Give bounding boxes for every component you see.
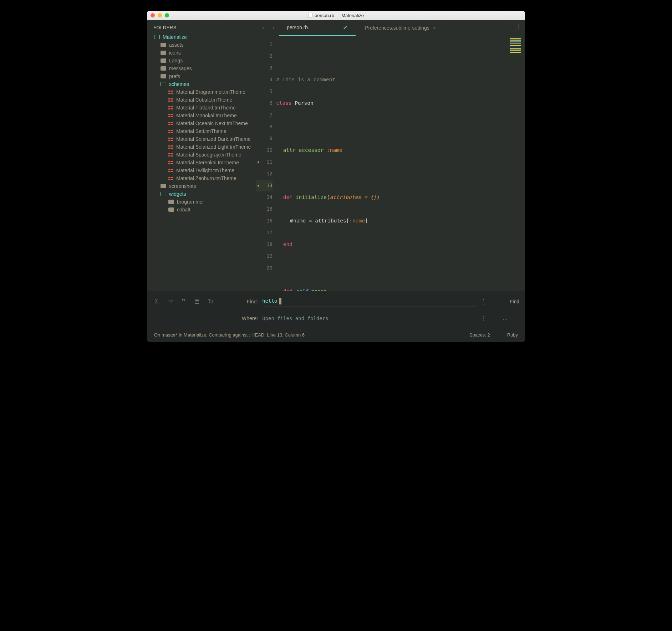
- sidebar-folder[interactable]: Langs: [147, 57, 256, 65]
- sidebar-file[interactable]: Material Solarized Dark.tmTheme: [147, 135, 256, 143]
- theme-file-icon: [168, 176, 173, 180]
- editor-area: ‹ › person.rb Preferences.sublime-settin…: [256, 20, 525, 291]
- file-icon: [308, 13, 312, 18]
- folder-icon: [161, 43, 166, 47]
- sidebar-folder[interactable]: messages: [147, 65, 256, 72]
- where-history-button[interactable]: ⋮: [477, 314, 491, 322]
- folder-icon: [161, 66, 166, 71]
- sidebar-folder[interactable]: screenshots: [147, 182, 256, 190]
- wrap-icon[interactable]: ↻: [208, 298, 213, 306]
- sidebar-file[interactable]: Material Solarized Light.tmTheme: [147, 143, 256, 151]
- sidebar-folder-schemes[interactable]: schemes: [147, 80, 256, 88]
- sidebar-folder[interactable]: cobalt: [147, 206, 256, 214]
- sidebar-file[interactable]: Material Seti.tmTheme: [147, 127, 256, 135]
- case-sensitive-icon[interactable]: Tт: [167, 298, 173, 304]
- find-button[interactable]: Find: [491, 299, 519, 304]
- close-window-button[interactable]: [151, 13, 155, 17]
- theme-file-icon: [168, 90, 173, 94]
- sidebar-root-label: Materialize: [163, 34, 187, 40]
- sidebar-header: FOLDERS: [147, 25, 256, 30]
- theme-file-icon: [168, 98, 173, 102]
- folder-icon: [161, 51, 166, 55]
- find-input[interactable]: hello: [262, 296, 477, 307]
- sidebar-file[interactable]: Material Zenburn.tmTheme: [147, 174, 256, 182]
- nav-back-button[interactable]: ‹: [259, 24, 268, 32]
- modified-dot-icon: [258, 161, 259, 163]
- tab-label: person.rb: [287, 25, 308, 30]
- folder-icon: [161, 184, 166, 188]
- regex-toggle-icon[interactable]: Σ: [155, 298, 159, 305]
- sidebar-folder[interactable]: brogrammer: [147, 198, 256, 206]
- sidebar-root[interactable]: Materialize: [147, 33, 256, 41]
- whole-word-icon[interactable]: ❞: [182, 297, 185, 306]
- sidebar-folder[interactable]: prefs: [147, 72, 256, 80]
- folder-icon: [168, 200, 174, 204]
- theme-file-icon: [168, 106, 173, 110]
- theme-file-icon: [168, 153, 173, 157]
- tabbar: ‹ › person.rb Preferences.sublime-settin…: [256, 20, 525, 36]
- gutter: 1 2 3 4 5 6 7 8 9 10 11 12 13 14 15 16 1: [256, 36, 276, 291]
- sidebar-file[interactable]: Material Flatland.tmTheme: [147, 104, 256, 112]
- sidebar-file[interactable]: Material Twilight.tmTheme: [147, 166, 256, 174]
- zoom-window-button[interactable]: [165, 13, 169, 17]
- folder-icon: [161, 74, 166, 78]
- indent-indicator[interactable]: Spaces: 2: [469, 332, 490, 338]
- status-left: On master* in Materialize, Comparing aga…: [154, 332, 305, 338]
- in-selection-icon[interactable]: ≣: [194, 298, 199, 306]
- titlebar: person.rb — Materialize: [147, 11, 525, 20]
- code-editor[interactable]: # This is a comment class Person attr_ac…: [276, 36, 525, 291]
- window-title: person.rb — Materialize: [315, 13, 364, 18]
- theme-file-icon: [168, 121, 173, 125]
- folder-open-icon: [161, 192, 166, 196]
- modified-dot-icon: [258, 185, 259, 186]
- syntax-indicator[interactable]: Ruby: [507, 332, 518, 338]
- tab-active[interactable]: person.rb: [279, 20, 356, 36]
- find-label: Find:: [242, 299, 262, 304]
- nav-forward-button[interactable]: ›: [269, 24, 278, 32]
- find-history-button[interactable]: ⋮: [477, 298, 491, 306]
- pencil-icon: [342, 24, 349, 31]
- where-input[interactable]: Open files and folders: [262, 313, 477, 323]
- sidebar-file[interactable]: Material Oceanic Next.tmTheme: [147, 119, 256, 127]
- close-tab-icon[interactable]: ×: [433, 25, 436, 31]
- sidebar-folder[interactable]: assets: [147, 41, 256, 49]
- minimize-window-button[interactable]: [158, 13, 162, 17]
- statusbar: On master* in Materialize, Comparing aga…: [147, 328, 525, 342]
- folder-icon: [168, 207, 174, 212]
- where-label: Where:: [242, 316, 262, 321]
- find-panel: Σ Tт ❞ ≣ ↻ Find: hello ⋮ Find Where: Ope…: [147, 291, 525, 328]
- theme-file-icon: [168, 145, 173, 149]
- app-window: person.rb — Materialize FOLDERS Material…: [147, 11, 525, 342]
- theme-file-icon: [168, 137, 173, 141]
- tab-overflow-button[interactable]: ⋮: [515, 24, 521, 31]
- tab-inactive[interactable]: Preferences.sublime-settings ×: [357, 20, 444, 36]
- tab-label: Preferences.sublime-settings: [365, 25, 429, 31]
- sidebar-file[interactable]: Material Brogrammer.tmTheme: [147, 88, 256, 96]
- theme-file-icon: [168, 168, 173, 173]
- sidebar-folder-widgets[interactable]: widgets: [147, 190, 256, 198]
- folder-open-icon: [154, 35, 160, 39]
- where-browse-button[interactable]: …: [491, 316, 519, 321]
- sidebar-file[interactable]: Material Monokai.tmTheme: [147, 112, 256, 119]
- sidebar-file[interactable]: Material Cobalt.tmTheme: [147, 96, 256, 104]
- folder-open-icon: [161, 82, 166, 86]
- sidebar: FOLDERS Materialize assets icons Langs m…: [147, 20, 256, 291]
- sidebar-folder[interactable]: icons: [147, 49, 256, 57]
- sidebar-file[interactable]: Material Spacegray.tmTheme: [147, 151, 256, 159]
- theme-file-icon: [168, 113, 173, 118]
- folder-icon: [161, 58, 166, 63]
- sidebar-file[interactable]: Material Stereokai.tmTheme: [147, 159, 256, 166]
- theme-file-icon: [168, 160, 173, 165]
- theme-file-icon: [168, 129, 173, 133]
